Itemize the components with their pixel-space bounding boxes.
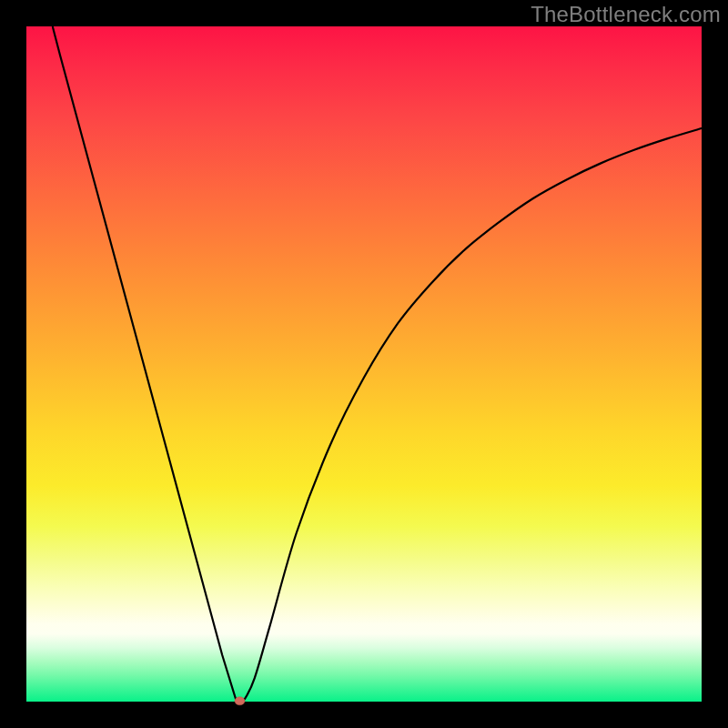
curve-right-branch <box>239 128 702 701</box>
attribution-text: TheBottleneck.com <box>531 2 721 27</box>
curve-left-branch <box>53 27 240 702</box>
plot-area <box>26 26 702 702</box>
minimum-marker <box>235 697 245 705</box>
chart-frame: TheBottleneck.com <box>0 0 728 728</box>
bottleneck-curve <box>26 26 702 702</box>
